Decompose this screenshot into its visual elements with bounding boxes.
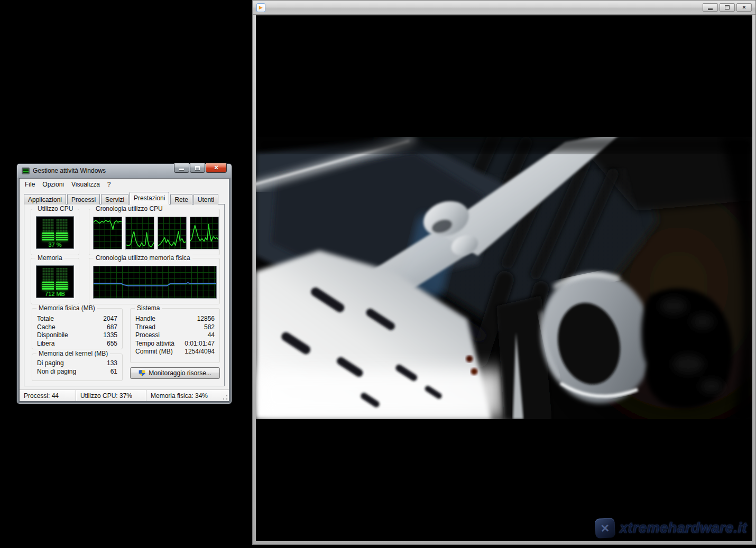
resize-grip[interactable] [223, 395, 228, 400]
minimize-icon [179, 169, 184, 170]
uac-shield-icon [139, 370, 145, 377]
stat-row: Libera655 [32, 340, 122, 348]
status-cpu-usage: Utilizzo CPU: 37% [76, 390, 146, 401]
stat-row: Di paging133 [32, 359, 122, 368]
close-icon: ✕ [742, 5, 746, 10]
minimize-icon [708, 8, 713, 10]
physical-memory-label: Memoria fisica (MB) [36, 304, 97, 312]
play-icon: ▶ [259, 5, 263, 10]
stat-row: Tempo attività0:01:01:47 [131, 340, 219, 348]
task-manager-window: Gestione attività Windows ✕ File Opzioni… [16, 163, 232, 404]
stat-row: Cache687 [32, 323, 122, 332]
cpu-core1-graph [93, 217, 122, 249]
tab-processi[interactable]: Processi [67, 194, 100, 205]
kernel-memory-group: Memoria del kernel (MB) Di paging133 Non… [32, 354, 123, 381]
tab-prestazioni[interactable]: Prestazioni [130, 192, 169, 205]
menu-options[interactable]: Opzioni [39, 179, 68, 190]
maximize-icon [195, 166, 200, 170]
task-manager-body: File Opzioni Visualizza ? Applicazioni P… [19, 178, 229, 402]
resource-monitor-button[interactable]: Monitoraggio risorse... [130, 367, 220, 379]
x-glyph: ✕ [600, 522, 610, 535]
stat-row: Totale2047 [32, 315, 122, 323]
tab-applicazioni[interactable]: Applicazioni [24, 194, 66, 205]
close-button[interactable]: ✕ [206, 163, 227, 173]
desktop: ▶ ✕ [0, 0, 756, 548]
maximize-icon [725, 5, 730, 10]
video-content-area[interactable]: ✕ xtremehardware.it [256, 15, 752, 541]
task-manager-app-icon [22, 168, 30, 174]
system-group: Sistema Handle12856 Thread582 Processi44… [130, 308, 220, 363]
cpu-history-group: Cronologia utilizzo CPU [89, 209, 220, 255]
memory-history-group: Cronologia utilizzo memoria fisica [89, 258, 220, 304]
memory-value: 712 MB [45, 291, 65, 297]
menu-view[interactable]: Visualizza [68, 179, 104, 190]
media-player-app-icon: ▶ [256, 3, 265, 12]
memory-history-label: Cronologia utilizzo memoria fisica [94, 254, 192, 262]
menu-bar: File Opzioni Visualizza ? [20, 179, 229, 190]
window-title: Gestione attività Windows [33, 167, 106, 174]
cpu-usage-value: 37 % [48, 242, 61, 248]
stat-row: Disponibile1335 [32, 331, 122, 340]
system-label: Sistema [135, 304, 162, 312]
cpu-history-label: Cronologia utilizzo CPU [94, 205, 165, 212]
maximize-button[interactable] [720, 3, 735, 12]
minimize-button[interactable] [174, 163, 189, 173]
tab-servizi[interactable]: Servizi [101, 194, 128, 205]
cpu-usage-gauge: 37 % [36, 216, 74, 249]
stat-row: Commit (MB)1254/4094 [131, 348, 219, 356]
tab-utenti[interactable]: Utenti [193, 194, 218, 205]
cpu-usage-group: Utilizzo CPU 37 % [31, 209, 79, 255]
status-physical-memory: Memoria fisica: 34% [146, 390, 229, 401]
stat-row: Processi44 [131, 331, 219, 340]
memory-gauge-group: Memoria 712 MB [31, 258, 79, 304]
video-still-image [256, 137, 752, 419]
menu-file[interactable]: File [21, 179, 39, 190]
video-player-window: ▶ ✕ [252, 0, 756, 545]
minimize-button[interactable] [703, 3, 718, 12]
tab-rete[interactable]: Rete [170, 194, 192, 205]
status-processes: Processi: 44 [20, 390, 76, 401]
xtremehardware-logo-icon: ✕ [595, 518, 615, 538]
stat-row: Handle12856 [131, 315, 219, 323]
stat-row: Thread582 [131, 323, 219, 332]
cpu-core2-graph [125, 217, 154, 249]
stat-row: Non di paging61 [32, 368, 122, 376]
watermark: ✕ xtremehardware.it [595, 518, 747, 538]
physical-memory-group: Memoria fisica (MB) Totale2047 Cache687 … [32, 308, 123, 349]
close-icon: ✕ [214, 164, 218, 171]
status-bar: Processi: 44 Utilizzo CPU: 37% Memoria f… [20, 389, 229, 401]
memory-label: Memoria [35, 254, 64, 262]
watermark-text: xtremehardware.it [620, 520, 747, 536]
task-manager-window-controls: ✕ [174, 163, 227, 173]
menu-help[interactable]: ? [104, 179, 115, 190]
video-window-titlebar[interactable]: ▶ ✕ [253, 1, 755, 15]
memory-history-graph [93, 266, 217, 299]
cpu-core3-graph [158, 217, 187, 249]
tab-strip: Applicazioni Processi Servizi Prestazion… [20, 190, 229, 205]
resource-monitor-button-label: Monitoraggio risorse... [149, 369, 211, 377]
video-window-controls: ✕ [703, 3, 752, 12]
performance-tab-page: Utilizzo CPU 37 % Cronologia utilizzo CP… [24, 204, 225, 386]
video-still-frame [256, 137, 752, 419]
cpu-core4-graph [190, 217, 219, 249]
close-button[interactable]: ✕ [736, 3, 752, 12]
memory-gauge: 712 MB [36, 265, 74, 298]
cpu-usage-label: Utilizzo CPU [35, 205, 75, 212]
kernel-memory-label: Memoria del kernel (MB) [36, 350, 110, 357]
maximize-button[interactable] [190, 163, 205, 173]
